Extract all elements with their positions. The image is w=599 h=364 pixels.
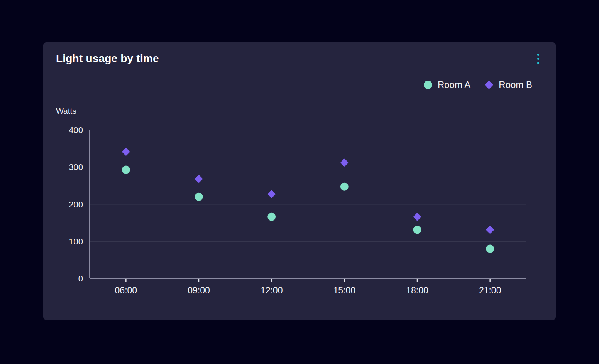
y-tick-label: 0: [78, 274, 83, 283]
data-point-room-a-12:00[interactable]: [267, 213, 276, 221]
y-tick-label: 400: [69, 125, 83, 135]
data-point-room-a-18:00[interactable]: [413, 226, 421, 234]
x-tick-label: 12:00: [261, 285, 283, 295]
data-point-room-b-15:00[interactable]: [340, 158, 349, 167]
x-tick-label: 09:00: [188, 285, 210, 295]
data-point-room-b-09:00[interactable]: [195, 175, 203, 183]
data-point-room-b-18:00[interactable]: [413, 212, 421, 221]
data-point-room-a-21:00[interactable]: [486, 245, 494, 253]
data-point-room-a-09:00[interactable]: [195, 193, 203, 201]
data-point-room-b-12:00[interactable]: [267, 190, 276, 198]
x-tick-label: 18:00: [406, 285, 428, 295]
y-tick-label: 300: [69, 162, 83, 172]
data-point-room-b-21:00[interactable]: [486, 226, 494, 234]
chart-card: Light usage by time Room A Room B Watts …: [43, 42, 556, 320]
x-tick-label: 06:00: [115, 285, 137, 295]
scatter-chart: 010020030040006:0009:0012:0015:0018:0021…: [43, 42, 556, 320]
x-tick-label: 21:00: [479, 285, 501, 295]
x-tick-label: 15:00: [333, 285, 356, 295]
data-point-room-a-06:00[interactable]: [122, 165, 130, 174]
data-point-room-b-06:00[interactable]: [122, 148, 130, 156]
y-tick-label: 200: [69, 200, 83, 209]
y-tick-label: 100: [69, 237, 83, 246]
data-point-room-a-15:00[interactable]: [340, 183, 349, 191]
